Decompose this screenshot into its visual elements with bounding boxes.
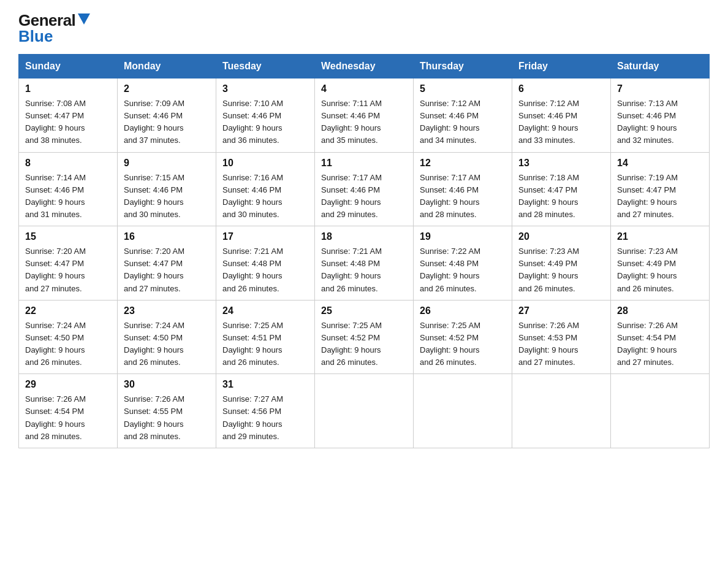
day-info: Sunrise: 7:17 AM Sunset: 4:46 PM Dayligh…	[420, 172, 506, 221]
day-info: Sunrise: 7:21 AM Sunset: 4:48 PM Dayligh…	[321, 245, 407, 295]
calendar-cell: 27 Sunrise: 7:26 AM Sunset: 4:53 PM Dayl…	[512, 300, 611, 374]
calendar-cell: 25 Sunrise: 7:25 AM Sunset: 4:52 PM Dayl…	[315, 300, 414, 374]
calendar-cell: 1 Sunrise: 7:08 AM Sunset: 4:47 PM Dayli…	[19, 79, 118, 153]
day-info: Sunrise: 7:16 AM Sunset: 4:46 PM Dayligh…	[222, 172, 308, 221]
day-info: Sunrise: 7:23 AM Sunset: 4:49 PM Dayligh…	[617, 245, 703, 295]
day-info: Sunrise: 7:24 AM Sunset: 4:50 PM Dayligh…	[124, 320, 210, 369]
day-number: 13	[518, 158, 604, 169]
day-info: Sunrise: 7:10 AM Sunset: 4:46 PM Dayligh…	[222, 98, 308, 147]
day-info: Sunrise: 7:19 AM Sunset: 4:47 PM Dayligh…	[617, 172, 703, 221]
day-info: Sunrise: 7:13 AM Sunset: 4:46 PM Dayligh…	[617, 98, 703, 147]
calendar-cell	[611, 374, 710, 448]
day-info: Sunrise: 7:27 AM Sunset: 4:56 PM Dayligh…	[222, 393, 308, 443]
day-number: 3	[222, 83, 308, 94]
day-info: Sunrise: 7:20 AM Sunset: 4:47 PM Dayligh…	[124, 245, 210, 295]
weekday-sunday: Sunday	[19, 55, 118, 79]
day-info: Sunrise: 7:25 AM Sunset: 4:52 PM Dayligh…	[420, 320, 506, 369]
day-info: Sunrise: 7:14 AM Sunset: 4:46 PM Dayligh…	[25, 172, 111, 221]
day-number: 2	[124, 83, 210, 94]
day-number: 16	[124, 231, 210, 242]
weekday-friday: Friday	[512, 55, 611, 79]
week-row-4: 22 Sunrise: 7:24 AM Sunset: 4:50 PM Dayl…	[19, 300, 710, 374]
calendar-cell: 19 Sunrise: 7:22 AM Sunset: 4:48 PM Dayl…	[414, 226, 512, 301]
calendar-cell: 24 Sunrise: 7:25 AM Sunset: 4:51 PM Dayl…	[216, 300, 315, 374]
day-info: Sunrise: 7:20 AM Sunset: 4:47 PM Dayligh…	[25, 245, 111, 295]
weekday-monday: Monday	[118, 55, 216, 79]
day-number: 27	[518, 305, 604, 316]
day-number: 8	[25, 158, 111, 169]
day-number: 6	[518, 83, 604, 94]
day-number: 10	[222, 158, 308, 169]
day-number: 19	[420, 231, 506, 242]
day-number: 12	[420, 158, 506, 169]
calendar-cell: 8 Sunrise: 7:14 AM Sunset: 4:46 PM Dayli…	[19, 152, 118, 226]
logo-blue: Blue	[18, 28, 90, 44]
calendar-body: 1 Sunrise: 7:08 AM Sunset: 4:47 PM Dayli…	[19, 79, 710, 448]
day-info: Sunrise: 7:18 AM Sunset: 4:47 PM Dayligh…	[518, 172, 604, 221]
calendar-cell: 2 Sunrise: 7:09 AM Sunset: 4:46 PM Dayli…	[118, 79, 216, 153]
calendar-cell: 31 Sunrise: 7:27 AM Sunset: 4:56 PM Dayl…	[216, 374, 315, 448]
day-number: 23	[124, 305, 210, 316]
day-number: 7	[617, 83, 703, 94]
day-info: Sunrise: 7:26 AM Sunset: 4:53 PM Dayligh…	[518, 320, 604, 369]
calendar-cell: 26 Sunrise: 7:25 AM Sunset: 4:52 PM Dayl…	[414, 300, 512, 374]
day-number: 31	[222, 379, 308, 390]
calendar-cell: 3 Sunrise: 7:10 AM Sunset: 4:46 PM Dayli…	[216, 79, 315, 153]
day-info: Sunrise: 7:22 AM Sunset: 4:48 PM Dayligh…	[420, 245, 506, 295]
day-info: Sunrise: 7:26 AM Sunset: 4:54 PM Dayligh…	[617, 320, 703, 369]
day-info: Sunrise: 7:21 AM Sunset: 4:48 PM Dayligh…	[222, 245, 308, 295]
calendar-cell: 21 Sunrise: 7:23 AM Sunset: 4:49 PM Dayl…	[611, 226, 710, 301]
day-info: Sunrise: 7:25 AM Sunset: 4:52 PM Dayligh…	[321, 320, 407, 369]
day-number: 25	[321, 305, 407, 316]
calendar-cell: 10 Sunrise: 7:16 AM Sunset: 4:46 PM Dayl…	[216, 152, 315, 226]
calendar-cell: 7 Sunrise: 7:13 AM Sunset: 4:46 PM Dayli…	[611, 79, 710, 153]
calendar-cell: 9 Sunrise: 7:15 AM Sunset: 4:46 PM Dayli…	[118, 152, 216, 226]
day-number: 26	[420, 305, 506, 316]
calendar-cell: 20 Sunrise: 7:23 AM Sunset: 4:49 PM Dayl…	[512, 226, 611, 301]
day-info: Sunrise: 7:15 AM Sunset: 4:46 PM Dayligh…	[124, 172, 210, 221]
day-number: 18	[321, 231, 407, 242]
day-number: 21	[617, 231, 703, 242]
logo: General Blue	[18, 12, 90, 44]
calendar-cell: 18 Sunrise: 7:21 AM Sunset: 4:48 PM Dayl…	[315, 226, 414, 301]
day-info: Sunrise: 7:12 AM Sunset: 4:46 PM Dayligh…	[420, 98, 506, 147]
day-info: Sunrise: 7:24 AM Sunset: 4:50 PM Dayligh…	[25, 320, 111, 369]
calendar-cell: 14 Sunrise: 7:19 AM Sunset: 4:47 PM Dayl…	[611, 152, 710, 226]
day-number: 29	[25, 379, 111, 390]
week-row-1: 1 Sunrise: 7:08 AM Sunset: 4:47 PM Dayli…	[19, 79, 710, 153]
day-number: 15	[25, 231, 111, 242]
calendar-cell: 23 Sunrise: 7:24 AM Sunset: 4:50 PM Dayl…	[118, 300, 216, 374]
calendar-cell	[512, 374, 611, 448]
day-number: 22	[25, 305, 111, 316]
week-row-2: 8 Sunrise: 7:14 AM Sunset: 4:46 PM Dayli…	[19, 152, 710, 226]
calendar-cell: 12 Sunrise: 7:17 AM Sunset: 4:46 PM Dayl…	[414, 152, 512, 226]
day-info: Sunrise: 7:23 AM Sunset: 4:49 PM Dayligh…	[518, 245, 604, 295]
day-number: 14	[617, 158, 703, 169]
day-number: 9	[124, 158, 210, 169]
day-info: Sunrise: 7:09 AM Sunset: 4:46 PM Dayligh…	[124, 98, 210, 147]
weekday-saturday: Saturday	[611, 55, 710, 79]
day-info: Sunrise: 7:08 AM Sunset: 4:47 PM Dayligh…	[25, 98, 111, 147]
page-header: General Blue	[18, 12, 710, 44]
calendar-cell: 5 Sunrise: 7:12 AM Sunset: 4:46 PM Dayli…	[414, 79, 512, 153]
day-number: 1	[25, 83, 111, 94]
calendar-cell: 4 Sunrise: 7:11 AM Sunset: 4:46 PM Dayli…	[315, 79, 414, 153]
day-info: Sunrise: 7:26 AM Sunset: 4:54 PM Dayligh…	[25, 393, 111, 443]
day-info: Sunrise: 7:17 AM Sunset: 4:46 PM Dayligh…	[321, 172, 407, 221]
logo-triangle-icon	[78, 13, 90, 25]
day-info: Sunrise: 7:11 AM Sunset: 4:46 PM Dayligh…	[321, 98, 407, 147]
calendar-cell: 6 Sunrise: 7:12 AM Sunset: 4:46 PM Dayli…	[512, 79, 611, 153]
day-number: 28	[617, 305, 703, 316]
weekday-thursday: Thursday	[414, 55, 512, 79]
day-info: Sunrise: 7:12 AM Sunset: 4:46 PM Dayligh…	[518, 98, 604, 147]
calendar-cell: 16 Sunrise: 7:20 AM Sunset: 4:47 PM Dayl…	[118, 226, 216, 301]
logo-general: General	[18, 12, 90, 28]
week-row-5: 29 Sunrise: 7:26 AM Sunset: 4:54 PM Dayl…	[19, 374, 710, 448]
day-number: 5	[420, 83, 506, 94]
weekday-row: SundayMondayTuesdayWednesdayThursdayFrid…	[19, 55, 710, 79]
calendar-cell: 28 Sunrise: 7:26 AM Sunset: 4:54 PM Dayl…	[611, 300, 710, 374]
calendar-cell: 22 Sunrise: 7:24 AM Sunset: 4:50 PM Dayl…	[19, 300, 118, 374]
day-number: 30	[124, 379, 210, 390]
day-number: 11	[321, 158, 407, 169]
calendar-cell	[414, 374, 512, 448]
